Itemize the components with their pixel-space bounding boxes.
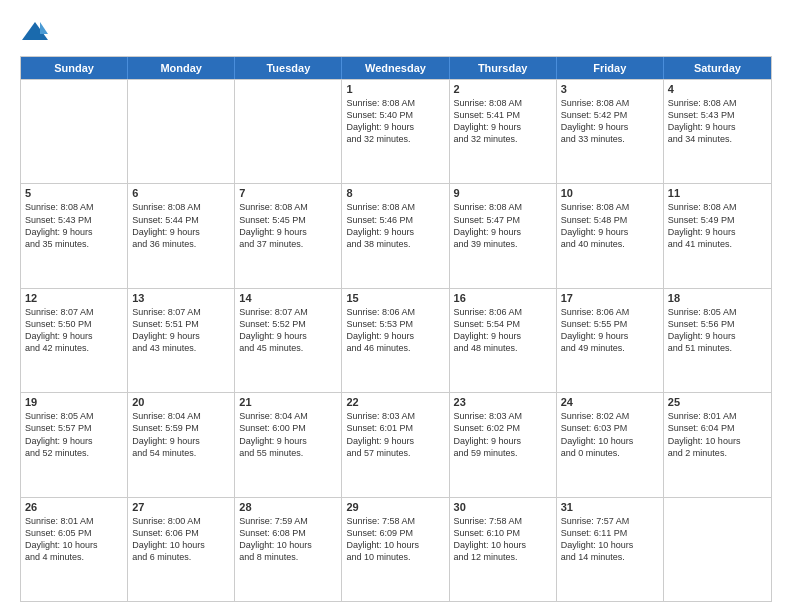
cell-info: Sunrise: 8:08 AM Sunset: 5:48 PM Dayligh… — [561, 201, 659, 250]
calendar-cell-1-1: 6Sunrise: 8:08 AM Sunset: 5:44 PM Daylig… — [128, 184, 235, 287]
calendar-cell-1-3: 8Sunrise: 8:08 AM Sunset: 5:46 PM Daylig… — [342, 184, 449, 287]
day-number: 21 — [239, 396, 337, 408]
day-number: 19 — [25, 396, 123, 408]
day-number: 29 — [346, 501, 444, 513]
calendar-cell-4-1: 27Sunrise: 8:00 AM Sunset: 6:06 PM Dayli… — [128, 498, 235, 601]
day-number: 3 — [561, 83, 659, 95]
day-number: 7 — [239, 187, 337, 199]
calendar-body: 1Sunrise: 8:08 AM Sunset: 5:40 PM Daylig… — [21, 79, 771, 601]
calendar-cell-4-0: 26Sunrise: 8:01 AM Sunset: 6:05 PM Dayli… — [21, 498, 128, 601]
calendar-row-4: 26Sunrise: 8:01 AM Sunset: 6:05 PM Dayli… — [21, 497, 771, 601]
calendar-cell-0-0 — [21, 80, 128, 183]
cell-info: Sunrise: 8:01 AM Sunset: 6:05 PM Dayligh… — [25, 515, 123, 564]
day-number: 26 — [25, 501, 123, 513]
day-number: 5 — [25, 187, 123, 199]
header-day-wednesday: Wednesday — [342, 57, 449, 79]
calendar-page: SundayMondayTuesdayWednesdayThursdayFrid… — [0, 0, 792, 612]
day-number: 17 — [561, 292, 659, 304]
calendar-cell-4-5: 31Sunrise: 7:57 AM Sunset: 6:11 PM Dayli… — [557, 498, 664, 601]
day-number: 22 — [346, 396, 444, 408]
calendar-cell-1-5: 10Sunrise: 8:08 AM Sunset: 5:48 PM Dayli… — [557, 184, 664, 287]
cell-info: Sunrise: 7:58 AM Sunset: 6:10 PM Dayligh… — [454, 515, 552, 564]
calendar-cell-3-3: 22Sunrise: 8:03 AM Sunset: 6:01 PM Dayli… — [342, 393, 449, 496]
day-number: 28 — [239, 501, 337, 513]
calendar-cell-3-0: 19Sunrise: 8:05 AM Sunset: 5:57 PM Dayli… — [21, 393, 128, 496]
cell-info: Sunrise: 8:08 AM Sunset: 5:40 PM Dayligh… — [346, 97, 444, 146]
header-day-sunday: Sunday — [21, 57, 128, 79]
day-number: 20 — [132, 396, 230, 408]
calendar-cell-0-5: 3Sunrise: 8:08 AM Sunset: 5:42 PM Daylig… — [557, 80, 664, 183]
header-day-saturday: Saturday — [664, 57, 771, 79]
header-day-tuesday: Tuesday — [235, 57, 342, 79]
cell-info: Sunrise: 8:00 AM Sunset: 6:06 PM Dayligh… — [132, 515, 230, 564]
calendar-cell-2-0: 12Sunrise: 8:07 AM Sunset: 5:50 PM Dayli… — [21, 289, 128, 392]
header — [20, 18, 772, 48]
calendar: SundayMondayTuesdayWednesdayThursdayFrid… — [20, 56, 772, 602]
calendar-header: SundayMondayTuesdayWednesdayThursdayFrid… — [21, 57, 771, 79]
svg-marker-1 — [40, 22, 48, 34]
calendar-cell-1-6: 11Sunrise: 8:08 AM Sunset: 5:49 PM Dayli… — [664, 184, 771, 287]
calendar-cell-0-6: 4Sunrise: 8:08 AM Sunset: 5:43 PM Daylig… — [664, 80, 771, 183]
cell-info: Sunrise: 8:08 AM Sunset: 5:46 PM Dayligh… — [346, 201, 444, 250]
day-number: 10 — [561, 187, 659, 199]
day-number: 2 — [454, 83, 552, 95]
day-number: 14 — [239, 292, 337, 304]
cell-info: Sunrise: 8:08 AM Sunset: 5:41 PM Dayligh… — [454, 97, 552, 146]
cell-info: Sunrise: 8:08 AM Sunset: 5:43 PM Dayligh… — [25, 201, 123, 250]
cell-info: Sunrise: 8:02 AM Sunset: 6:03 PM Dayligh… — [561, 410, 659, 459]
cell-info: Sunrise: 8:06 AM Sunset: 5:55 PM Dayligh… — [561, 306, 659, 355]
cell-info: Sunrise: 8:08 AM Sunset: 5:47 PM Dayligh… — [454, 201, 552, 250]
calendar-cell-2-5: 17Sunrise: 8:06 AM Sunset: 5:55 PM Dayli… — [557, 289, 664, 392]
cell-info: Sunrise: 8:08 AM Sunset: 5:42 PM Dayligh… — [561, 97, 659, 146]
cell-info: Sunrise: 8:03 AM Sunset: 6:02 PM Dayligh… — [454, 410, 552, 459]
cell-info: Sunrise: 8:06 AM Sunset: 5:53 PM Dayligh… — [346, 306, 444, 355]
calendar-cell-0-1 — [128, 80, 235, 183]
cell-info: Sunrise: 7:59 AM Sunset: 6:08 PM Dayligh… — [239, 515, 337, 564]
calendar-cell-1-2: 7Sunrise: 8:08 AM Sunset: 5:45 PM Daylig… — [235, 184, 342, 287]
calendar-cell-0-3: 1Sunrise: 8:08 AM Sunset: 5:40 PM Daylig… — [342, 80, 449, 183]
cell-info: Sunrise: 7:58 AM Sunset: 6:09 PM Dayligh… — [346, 515, 444, 564]
cell-info: Sunrise: 8:07 AM Sunset: 5:51 PM Dayligh… — [132, 306, 230, 355]
calendar-row-0: 1Sunrise: 8:08 AM Sunset: 5:40 PM Daylig… — [21, 79, 771, 183]
day-number: 4 — [668, 83, 767, 95]
calendar-cell-3-1: 20Sunrise: 8:04 AM Sunset: 5:59 PM Dayli… — [128, 393, 235, 496]
day-number: 16 — [454, 292, 552, 304]
calendar-cell-1-4: 9Sunrise: 8:08 AM Sunset: 5:47 PM Daylig… — [450, 184, 557, 287]
cell-info: Sunrise: 8:03 AM Sunset: 6:01 PM Dayligh… — [346, 410, 444, 459]
calendar-cell-0-4: 2Sunrise: 8:08 AM Sunset: 5:41 PM Daylig… — [450, 80, 557, 183]
header-day-thursday: Thursday — [450, 57, 557, 79]
cell-info: Sunrise: 8:04 AM Sunset: 6:00 PM Dayligh… — [239, 410, 337, 459]
calendar-row-3: 19Sunrise: 8:05 AM Sunset: 5:57 PM Dayli… — [21, 392, 771, 496]
cell-info: Sunrise: 8:08 AM Sunset: 5:45 PM Dayligh… — [239, 201, 337, 250]
calendar-cell-3-5: 24Sunrise: 8:02 AM Sunset: 6:03 PM Dayli… — [557, 393, 664, 496]
calendar-cell-2-3: 15Sunrise: 8:06 AM Sunset: 5:53 PM Dayli… — [342, 289, 449, 392]
cell-info: Sunrise: 8:08 AM Sunset: 5:44 PM Dayligh… — [132, 201, 230, 250]
header-day-friday: Friday — [557, 57, 664, 79]
day-number: 23 — [454, 396, 552, 408]
calendar-cell-4-6 — [664, 498, 771, 601]
cell-info: Sunrise: 8:04 AM Sunset: 5:59 PM Dayligh… — [132, 410, 230, 459]
day-number: 12 — [25, 292, 123, 304]
calendar-cell-2-2: 14Sunrise: 8:07 AM Sunset: 5:52 PM Dayli… — [235, 289, 342, 392]
cell-info: Sunrise: 8:01 AM Sunset: 6:04 PM Dayligh… — [668, 410, 767, 459]
calendar-cell-3-6: 25Sunrise: 8:01 AM Sunset: 6:04 PM Dayli… — [664, 393, 771, 496]
day-number: 9 — [454, 187, 552, 199]
cell-info: Sunrise: 8:07 AM Sunset: 5:50 PM Dayligh… — [25, 306, 123, 355]
header-day-monday: Monday — [128, 57, 235, 79]
cell-info: Sunrise: 7:57 AM Sunset: 6:11 PM Dayligh… — [561, 515, 659, 564]
day-number: 25 — [668, 396, 767, 408]
day-number: 11 — [668, 187, 767, 199]
logo-icon — [20, 18, 50, 48]
calendar-cell-4-2: 28Sunrise: 7:59 AM Sunset: 6:08 PM Dayli… — [235, 498, 342, 601]
calendar-row-2: 12Sunrise: 8:07 AM Sunset: 5:50 PM Dayli… — [21, 288, 771, 392]
day-number: 27 — [132, 501, 230, 513]
calendar-cell-4-4: 30Sunrise: 7:58 AM Sunset: 6:10 PM Dayli… — [450, 498, 557, 601]
cell-info: Sunrise: 8:05 AM Sunset: 5:57 PM Dayligh… — [25, 410, 123, 459]
logo — [20, 18, 54, 48]
cell-info: Sunrise: 8:06 AM Sunset: 5:54 PM Dayligh… — [454, 306, 552, 355]
calendar-cell-2-6: 18Sunrise: 8:05 AM Sunset: 5:56 PM Dayli… — [664, 289, 771, 392]
calendar-cell-4-3: 29Sunrise: 7:58 AM Sunset: 6:09 PM Dayli… — [342, 498, 449, 601]
cell-info: Sunrise: 8:07 AM Sunset: 5:52 PM Dayligh… — [239, 306, 337, 355]
day-number: 15 — [346, 292, 444, 304]
calendar-cell-2-4: 16Sunrise: 8:06 AM Sunset: 5:54 PM Dayli… — [450, 289, 557, 392]
